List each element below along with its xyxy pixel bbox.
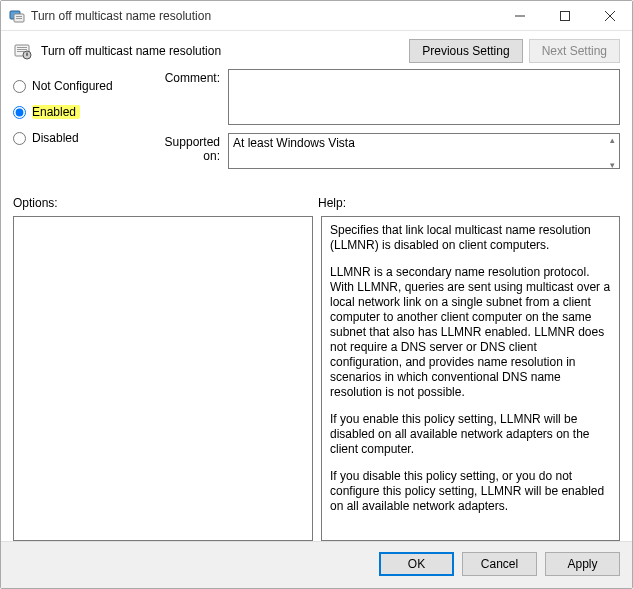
radio-disabled-label: Disabled — [32, 131, 79, 145]
app-icon — [9, 8, 25, 24]
options-pane[interactable] — [13, 216, 313, 541]
radio-disabled-input[interactable] — [13, 132, 26, 145]
scroll-up-icon[interactable]: ▴ — [605, 135, 619, 145]
svg-rect-2 — [16, 16, 22, 17]
radio-not-configured-label: Not Configured — [32, 79, 113, 93]
radio-enabled[interactable]: Enabled — [13, 105, 148, 119]
top-grid: Not Configured Enabled Disabled Comment: — [13, 69, 620, 180]
maximize-button[interactable] — [542, 1, 587, 30]
radio-enabled-input[interactable] — [13, 106, 26, 119]
supported-on-box[interactable]: At least Windows Vista — [228, 133, 620, 169]
svg-rect-8 — [17, 51, 24, 52]
apply-button[interactable]: Apply — [545, 552, 620, 576]
nav-buttons: Previous Setting Next Setting — [409, 39, 620, 63]
radio-not-configured[interactable]: Not Configured — [13, 79, 148, 93]
policy-icon — [13, 41, 33, 61]
close-button[interactable] — [587, 1, 632, 30]
footer: OK Cancel Apply — [1, 541, 632, 588]
radio-enabled-label: Enabled — [32, 105, 80, 119]
fields-column: Comment: Supported on: At least Windows … — [148, 69, 620, 180]
header-row: Turn off multicast name resolution Previ… — [13, 39, 620, 63]
policy-title: Turn off multicast name resolution — [41, 44, 409, 58]
cancel-button[interactable]: Cancel — [462, 552, 537, 576]
state-radio-group: Not Configured Enabled Disabled — [13, 69, 148, 180]
options-heading: Options: — [13, 196, 318, 210]
comment-field: Comment: — [148, 69, 620, 125]
next-setting-button[interactable]: Next Setting — [529, 39, 620, 63]
previous-setting-button[interactable]: Previous Setting — [409, 39, 522, 63]
panes: Specifies that link local multicast name… — [13, 216, 620, 541]
svg-rect-3 — [16, 18, 22, 19]
supported-field: Supported on: At least Windows Vista ▴ ▾ — [148, 133, 620, 172]
titlebar: Turn off multicast name resolution — [1, 1, 632, 31]
comment-input[interactable] — [228, 69, 620, 125]
help-paragraph: Specifies that link local multicast name… — [330, 223, 611, 253]
svg-rect-6 — [17, 47, 27, 48]
radio-disabled[interactable]: Disabled — [13, 131, 148, 145]
content-area: Turn off multicast name resolution Previ… — [1, 31, 632, 541]
window-title: Turn off multicast name resolution — [31, 9, 497, 23]
help-paragraph: If you disable this policy setting, or y… — [330, 469, 611, 514]
policy-dialog: Turn off multicast name resolution — [0, 0, 633, 589]
ok-button[interactable]: OK — [379, 552, 454, 576]
supported-box-wrap: At least Windows Vista ▴ ▾ — [228, 133, 620, 172]
supported-label: Supported on: — [148, 133, 228, 172]
svg-rect-7 — [17, 49, 27, 50]
pane-labels: Options: Help: — [13, 196, 620, 210]
radio-not-configured-input[interactable] — [13, 80, 26, 93]
svg-point-11 — [26, 54, 28, 56]
window-controls — [497, 1, 632, 30]
help-paragraph: If you enable this policy setting, LLMNR… — [330, 412, 611, 457]
comment-label: Comment: — [148, 69, 228, 125]
help-heading: Help: — [318, 196, 346, 210]
help-paragraph: LLMNR is a secondary name resolution pro… — [330, 265, 611, 400]
help-pane[interactable]: Specifies that link local multicast name… — [321, 216, 620, 541]
minimize-button[interactable] — [497, 1, 542, 30]
svg-rect-4 — [560, 11, 569, 20]
scroll-down-icon[interactable]: ▾ — [605, 160, 619, 170]
